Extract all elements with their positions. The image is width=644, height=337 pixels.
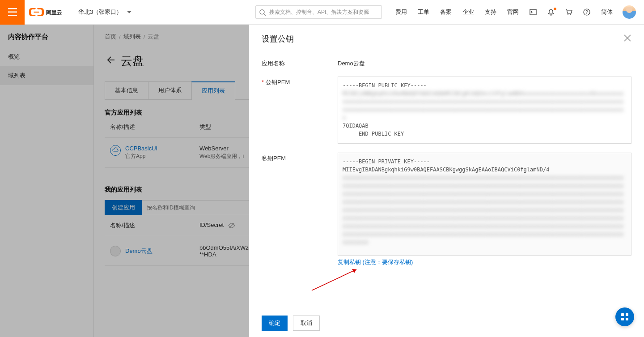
nav-fee[interactable]: 费用 [390,8,412,16]
search-wrap [255,5,382,19]
aliyun-logo[interactable]: 阿里云 [25,6,69,18]
svg-rect-2 [8,15,17,16]
search-icon [259,9,266,16]
notification-dot-icon [554,8,556,10]
user-avatar[interactable] [623,5,636,19]
nav-help-icon[interactable]: ? [578,9,596,16]
redacted-text: MIIBIjANBgkqhkiG9w0BAQEFAAOCAQ8AMIIBCgKC… [343,90,624,121]
search-input[interactable] [255,5,382,19]
svg-text:阿里云: 阿里云 [46,9,62,16]
svg-rect-0 [8,8,17,9]
top-nav: 费用 工单 备案 企业 支持 官网 ? 简体 [390,5,644,19]
private-key-textarea[interactable]: -----BEGIN PRIVATE KEY----- MIIEvgIBADAN… [338,153,631,256]
svg-rect-19 [621,318,624,320]
top-header: 阿里云 华北3（张家口） 费用 工单 备案 企业 支持 官网 [0,0,644,25]
label-app-name: 应用名称 [262,58,338,68]
svg-rect-17 [621,313,624,316]
aliyun-logo-icon: 阿里云 [29,6,69,18]
public-key-drawer: 设置公钥 应用名称 Demo云盘 *公钥PEM -----BEGIN PUBLI… [249,25,644,337]
public-key-textarea[interactable]: -----BEGIN PUBLIC KEY----- MIIBIjANBgkqh… [338,77,631,144]
svg-rect-18 [626,313,628,316]
redacted-text: xxxxxxxxxxxxxxxxxxxxxxxxxxxxxxxxxxxxxxxx… [343,175,624,245]
label-private-pem: 私钥PEM [262,153,338,266]
drawer-title: 设置公钥 [262,34,294,44]
region-selector[interactable]: 华北3（张家口） [78,8,133,16]
drawer-body: 应用名称 Demo云盘 *公钥PEM -----BEGIN PUBLIC KEY… [249,53,644,309]
nav-ticket[interactable]: 工单 [412,8,435,16]
menu-toggle-button[interactable] [0,0,25,25]
nav-official[interactable]: 官网 [502,8,524,16]
nav-cart-icon[interactable] [560,9,578,16]
svg-point-8 [568,14,568,15]
svg-rect-1 [8,12,17,13]
label-public-pem: *公钥PEM [262,77,338,144]
nav-beian[interactable]: 备案 [435,8,457,16]
cancel-button[interactable]: 取消 [293,316,320,331]
svg-rect-3 [34,12,39,13]
close-icon[interactable] [623,34,631,44]
svg-rect-7 [530,9,536,15]
svg-point-9 [570,14,571,15]
nav-support[interactable]: 支持 [479,8,502,16]
svg-line-6 [264,13,266,15]
drawer-header: 设置公钥 [249,25,644,53]
svg-point-5 [260,9,264,14]
svg-text:?: ? [585,10,588,15]
caret-down-icon [126,9,133,16]
svg-rect-20 [626,318,628,320]
nav-lang[interactable]: 简体 [596,8,618,16]
copy-private-key-link[interactable]: 复制私钥 (注意：要保存私钥) [338,258,413,266]
grid-icon [620,312,629,321]
hamburger-icon [8,8,17,16]
nav-bell-icon[interactable] [542,9,560,16]
region-label: 华北3（张家口） [78,8,122,16]
nav-enterprise[interactable]: 企业 [457,8,479,16]
nav-terminal-icon[interactable] [524,9,542,16]
apps-fab-button[interactable] [615,307,634,326]
drawer-footer: 确定 取消 [249,309,644,337]
value-app-name: Demo云盘 [338,58,631,68]
ok-button[interactable]: 确定 [262,316,288,331]
